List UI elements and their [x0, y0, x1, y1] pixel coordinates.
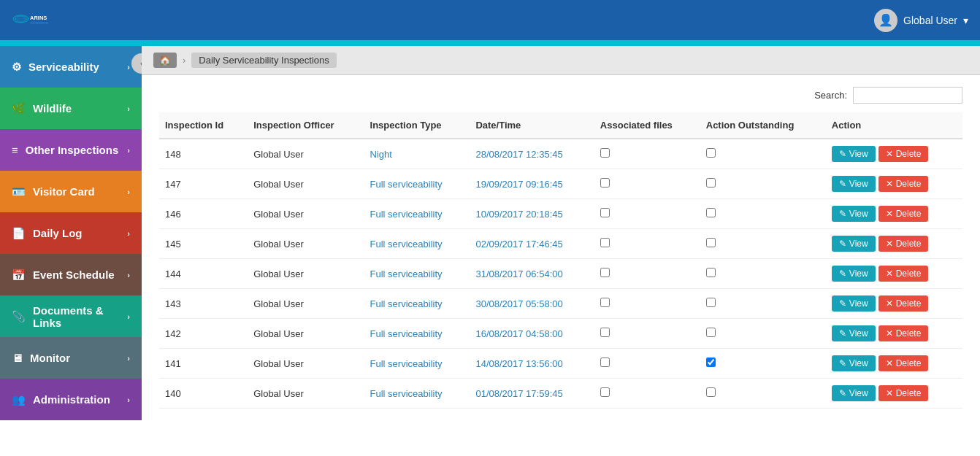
- inspection-type-link[interactable]: Full serviceability: [370, 239, 443, 250]
- delete-button[interactable]: ✕ Delete: [878, 266, 929, 282]
- checkbox-assoc[interactable]: [600, 178, 610, 188]
- delete-button[interactable]: ✕ Delete: [878, 176, 929, 192]
- cell-action-outstanding: [700, 229, 826, 259]
- cell-type[interactable]: Night: [364, 139, 470, 169]
- cell-assoc-files: [594, 379, 700, 409]
- cell-type[interactable]: Full serviceability: [364, 289, 470, 319]
- chevron-right-icon: ›: [127, 354, 130, 363]
- delete-button[interactable]: ✕ Delete: [878, 206, 929, 222]
- cell-type[interactable]: Full serviceability: [364, 199, 470, 229]
- view-button[interactable]: ✎ View: [832, 355, 876, 371]
- checkbox-action-outstanding[interactable]: [706, 298, 716, 307]
- checkbox-assoc[interactable]: [600, 298, 610, 307]
- delete-button[interactable]: ✕ Delete: [878, 385, 929, 401]
- datetime-link[interactable]: 10/09/2017 20:18:45: [475, 209, 562, 220]
- checkbox-assoc[interactable]: [600, 208, 610, 217]
- checkbox-action-outstanding[interactable]: [706, 387, 716, 397]
- cell-type[interactable]: Full serviceability: [364, 259, 470, 289]
- checkbox-assoc[interactable]: [600, 148, 610, 158]
- cell-assoc-files: [594, 259, 700, 289]
- delete-button[interactable]: ✕ Delete: [878, 355, 929, 371]
- cell-assoc-files: [594, 139, 700, 169]
- sidebar-item-administration[interactable]: 👥 Administration ›: [0, 379, 142, 420]
- datetime-link[interactable]: 28/08/2017 12:35:45: [475, 149, 562, 160]
- logo: ARINS Airport Reporting Inspection Syste…: [12, 6, 48, 35]
- delete-button[interactable]: ✕ Delete: [878, 146, 929, 162]
- delete-button[interactable]: ✕ Delete: [878, 236, 929, 252]
- cell-action: ✎ View✕ Delete: [826, 349, 962, 379]
- view-button[interactable]: ✎ View: [832, 266, 876, 282]
- sidebar-item-monitor[interactable]: 🖥 Monitor ›: [0, 337, 142, 379]
- checkbox-assoc[interactable]: [600, 328, 610, 337]
- x-icon: ✕: [886, 209, 893, 219]
- cell-officer: Global User: [248, 199, 364, 229]
- cell-datetime: 31/08/2017 06:54:00: [470, 259, 594, 289]
- sidebar-item-label: Wildlife: [33, 102, 72, 115]
- inspection-type-link[interactable]: Night: [370, 149, 392, 160]
- sidebar-item-event-schedule[interactable]: 📅 Event Schedule ›: [0, 254, 142, 295]
- cell-action-outstanding: [700, 139, 826, 169]
- datetime-link[interactable]: 31/08/2017 06:54:00: [475, 268, 562, 279]
- datetime-link[interactable]: 02/09/2017 17:46:45: [475, 239, 562, 250]
- checkbox-assoc[interactable]: [600, 387, 610, 397]
- inspection-type-link[interactable]: Full serviceability: [370, 298, 443, 309]
- sidebar-item-label: Serviceability: [28, 61, 99, 73]
- view-button[interactable]: ✎ View: [832, 295, 876, 312]
- search-input[interactable]: [853, 87, 962, 104]
- delete-button[interactable]: ✕ Delete: [878, 325, 929, 341]
- sidebar-item-documents-links[interactable]: 📎 Documents & Links ›: [0, 295, 142, 337]
- inspection-type-link[interactable]: Full serviceability: [370, 388, 443, 399]
- view-button[interactable]: ✎ View: [832, 325, 876, 341]
- col-assoc: Associated files: [594, 112, 700, 139]
- cell-officer: Global User: [248, 379, 364, 409]
- chevron-right-icon: ›: [127, 271, 130, 279]
- inspection-type-link[interactable]: Full serviceability: [370, 268, 443, 279]
- datetime-link[interactable]: 19/09/2017 09:16:45: [475, 179, 562, 190]
- sidebar-item-other-inspections[interactable]: ≡ Other Inspections ›: [0, 129, 142, 171]
- sidebar-item-label: Documents & Links: [33, 304, 127, 329]
- checkbox-action-outstanding[interactable]: [706, 148, 716, 158]
- inspection-type-link[interactable]: Full serviceability: [370, 358, 443, 369]
- view-button[interactable]: ✎ View: [832, 176, 876, 192]
- delete-button[interactable]: ✕ Delete: [878, 295, 929, 312]
- sidebar-item-visitor-card[interactable]: 🪪 Visitor Card ›: [0, 171, 142, 212]
- checkbox-assoc[interactable]: [600, 238, 610, 247]
- cell-type[interactable]: Full serviceability: [364, 169, 470, 199]
- cell-type[interactable]: Full serviceability: [364, 319, 470, 349]
- user-menu[interactable]: 👤 Global User ▾: [874, 9, 968, 32]
- cell-type[interactable]: Full serviceability: [364, 229, 470, 259]
- view-button[interactable]: ✎ View: [832, 385, 876, 401]
- sidebar-item-daily-log[interactable]: 📄 Daily Log ›: [0, 212, 142, 254]
- cell-type[interactable]: Full serviceability: [364, 379, 470, 409]
- checkbox-assoc[interactable]: [600, 268, 610, 277]
- sidebar-item-wildlife[interactable]: 🌿 Wildlife ›: [0, 88, 142, 129]
- datetime-link[interactable]: 30/08/2017 05:58:00: [475, 298, 562, 309]
- cell-type[interactable]: Full serviceability: [364, 349, 470, 379]
- inspection-type-link[interactable]: Full serviceability: [370, 328, 443, 339]
- checkbox-action-outstanding[interactable]: [706, 358, 716, 367]
- checkbox-action-outstanding[interactable]: [706, 238, 716, 247]
- breadcrumb: 🏠 › Daily Serviceability Inspections: [142, 46, 980, 75]
- inspection-type-link[interactable]: Full serviceability: [370, 209, 443, 220]
- pencil-icon: ✎: [839, 358, 846, 368]
- sidebar-item-serviceability[interactable]: ⚙ Serviceability ›: [0, 46, 142, 88]
- checkbox-action-outstanding[interactable]: [706, 328, 716, 337]
- chevron-right-icon: ›: [127, 104, 130, 113]
- view-button[interactable]: ✎ View: [832, 206, 876, 222]
- datetime-link[interactable]: 01/08/2017 17:59:45: [475, 388, 562, 399]
- cell-action: ✎ View✕ Delete: [826, 139, 962, 169]
- checkbox-assoc[interactable]: [600, 358, 610, 367]
- checkbox-action-outstanding[interactable]: [706, 268, 716, 277]
- checkbox-action-outstanding[interactable]: [706, 208, 716, 217]
- home-button[interactable]: 🏠: [153, 53, 177, 68]
- inspection-type-link[interactable]: Full serviceability: [370, 179, 443, 190]
- datetime-link[interactable]: 16/08/2017 04:58:00: [475, 328, 562, 339]
- datetime-link[interactable]: 14/08/2017 13:56:00: [475, 358, 562, 369]
- cell-action: ✎ View✕ Delete: [826, 289, 962, 319]
- view-button[interactable]: ✎ View: [832, 236, 876, 252]
- cell-action: ✎ View✕ Delete: [826, 199, 962, 229]
- checkbox-action-outstanding[interactable]: [706, 178, 716, 188]
- main-content: 🏠 › Daily Serviceability Inspections Sea…: [142, 46, 980, 456]
- administration-icon: 👥: [12, 393, 26, 406]
- view-button[interactable]: ✎ View: [832, 146, 876, 162]
